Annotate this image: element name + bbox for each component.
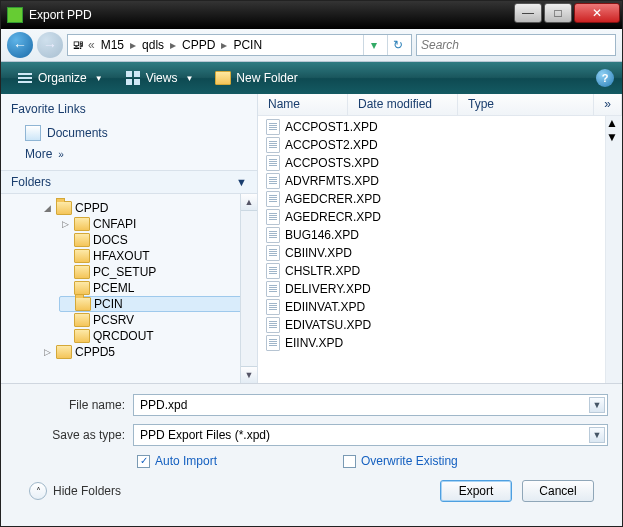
folder-tree: ◢CPPD ▷CNFAPI DOCS HFAXOUT PC_SETUP PCEM… — [1, 194, 257, 383]
favorites-section: Favorite Links Documents More » — [1, 94, 257, 170]
auto-import-option[interactable]: ✓ Auto Import — [137, 454, 217, 468]
maximize-button[interactable]: □ — [544, 3, 572, 23]
scroll-down-button[interactable]: ▼ — [606, 130, 622, 144]
new-folder-button[interactable]: New Folder — [207, 68, 305, 88]
folders-label: Folders — [11, 175, 51, 189]
expand-icon[interactable]: ◢ — [41, 203, 53, 213]
col-name[interactable]: Name — [258, 94, 348, 115]
col-more[interactable]: » — [594, 94, 622, 115]
breadcrumb-item[interactable]: CPPD — [180, 38, 217, 52]
file-icon — [266, 263, 280, 279]
svg-rect-5 — [126, 79, 132, 85]
file-icon — [266, 119, 280, 135]
col-type[interactable]: Type — [458, 94, 594, 115]
search-input[interactable]: Search — [416, 34, 616, 56]
tree-label: QRCDOUT — [93, 329, 154, 343]
export-button[interactable]: Export — [440, 480, 512, 502]
tree-node[interactable]: ▷CNFAPI — [59, 216, 257, 232]
col-date[interactable]: Date modified — [348, 94, 458, 115]
new-folder-label: New Folder — [236, 71, 297, 85]
toolbar: Organize ▼ Views ▼ New Folder ? — [1, 62, 622, 94]
chevron-icon: « — [88, 38, 95, 52]
expand-icon[interactable]: ▷ — [59, 219, 71, 229]
saveas-select[interactable]: PPD Export Files (*.xpd) ▼ — [133, 424, 608, 446]
svg-rect-3 — [126, 71, 132, 77]
cancel-button[interactable]: Cancel — [522, 480, 594, 502]
tree-node[interactable]: QRCDOUT — [59, 328, 257, 344]
folders-header[interactable]: Folders ▼ — [1, 170, 257, 194]
tree-scrollbar[interactable]: ▲ ▼ — [240, 194, 257, 383]
address-bar[interactable]: 🖳 « M15 ▸ qdls ▸ CPPD ▸ PCIN ▾ ↻ — [67, 34, 412, 56]
filename-row: File name: PPD.xpd ▼ — [15, 394, 608, 416]
file-row[interactable]: CHSLTR.XPD — [258, 262, 622, 280]
list-scrollbar[interactable]: ▲ ▼ — [605, 116, 622, 383]
file-row[interactable]: EDIVATSU.XPD — [258, 316, 622, 334]
forward-button[interactable]: → — [37, 32, 63, 58]
file-row[interactable]: CBIINV.XPD — [258, 244, 622, 262]
auto-import-checkbox[interactable]: ✓ — [137, 455, 150, 468]
file-row[interactable]: AGEDCRER.XPD — [258, 190, 622, 208]
collapse-icon[interactable]: ▼ — [236, 176, 247, 188]
breadcrumb-item[interactable]: PCIN — [231, 38, 264, 52]
breadcrumb-item[interactable]: M15 — [99, 38, 126, 52]
file-icon — [266, 137, 280, 153]
back-button[interactable]: ← — [7, 32, 33, 58]
saveas-value: PPD Export Files (*.xpd) — [140, 428, 270, 442]
footer-row: ˄ Hide Folders Export Cancel — [15, 476, 608, 514]
file-row[interactable]: EDIINVAT.XPD — [258, 298, 622, 316]
refresh-button[interactable]: ↻ — [387, 35, 407, 55]
tree-node[interactable]: PC_SETUP — [59, 264, 257, 280]
chevron-down-icon: ▼ — [95, 74, 103, 83]
tree-node[interactable]: ▷CPPD5 — [41, 344, 257, 360]
overwrite-checkbox[interactable] — [343, 455, 356, 468]
tree-label: DOCS — [93, 233, 128, 247]
tree-node[interactable]: DOCS — [59, 232, 257, 248]
file-icon — [266, 173, 280, 189]
titlebar[interactable]: Export PPD — □ ✕ — [1, 1, 622, 29]
overwrite-option[interactable]: Overwrite Existing — [343, 454, 458, 468]
file-row[interactable]: ADVRFMTS.XPD — [258, 172, 622, 190]
expand-icon[interactable]: ▷ — [41, 347, 53, 357]
favorite-label: More — [25, 147, 52, 161]
favorite-documents[interactable]: Documents — [11, 122, 247, 144]
file-name: EIINV.XPD — [285, 336, 343, 350]
tree-node[interactable]: HFAXOUT — [59, 248, 257, 264]
file-row[interactable]: ACCPOST1.XPD — [258, 118, 622, 136]
file-icon — [266, 299, 280, 315]
folder-icon — [74, 249, 90, 263]
file-row[interactable]: ACCPOSTS.XPD — [258, 154, 622, 172]
dropdown-button[interactable]: ▼ — [589, 427, 605, 443]
help-button[interactable]: ? — [596, 69, 614, 87]
bottom-panel: File name: PPD.xpd ▼ Save as type: PPD E… — [1, 384, 622, 526]
tree-node-cppd[interactable]: ◢CPPD — [41, 200, 257, 216]
tree-node[interactable]: PCSRV — [59, 312, 257, 328]
file-row[interactable]: BUG146.XPD — [258, 226, 622, 244]
scroll-down-button[interactable]: ▼ — [241, 366, 257, 383]
close-button[interactable]: ✕ — [574, 3, 620, 23]
app-icon — [7, 7, 23, 23]
filename-input[interactable]: PPD.xpd ▼ — [133, 394, 608, 416]
chevron-right-icon: ▸ — [221, 38, 227, 52]
minimize-button[interactable]: — — [514, 3, 542, 23]
file-row[interactable]: EIINV.XPD — [258, 334, 622, 352]
file-row[interactable]: DELIVERY.XPD — [258, 280, 622, 298]
hide-folders-button[interactable]: ˄ Hide Folders — [29, 482, 121, 500]
breadcrumb-item[interactable]: qdls — [140, 38, 166, 52]
dropdown-button[interactable]: ▼ — [589, 397, 605, 413]
tree-label: PCSRV — [93, 313, 134, 327]
dropdown-button[interactable]: ▾ — [363, 35, 383, 55]
views-button[interactable]: Views ▼ — [117, 67, 202, 89]
favorite-more[interactable]: More » — [11, 144, 247, 164]
scroll-up-button[interactable]: ▲ — [606, 116, 622, 130]
organize-button[interactable]: Organize ▼ — [9, 67, 111, 89]
tree-node[interactable]: PCEML — [59, 280, 257, 296]
window-title: Export PPD — [29, 8, 514, 22]
views-label: Views — [146, 71, 178, 85]
search-placeholder: Search — [421, 38, 459, 52]
file-list: ACCPOST1.XPD ACCPOST2.XPD ACCPOSTS.XPD A… — [258, 116, 622, 383]
file-row[interactable]: ACCPOST2.XPD — [258, 136, 622, 154]
options-row: ✓ Auto Import Overwrite Existing — [137, 454, 608, 468]
file-row[interactable]: AGEDRECR.XPD — [258, 208, 622, 226]
tree-node-selected[interactable]: PCIN — [59, 296, 257, 312]
scroll-up-button[interactable]: ▲ — [241, 194, 257, 211]
